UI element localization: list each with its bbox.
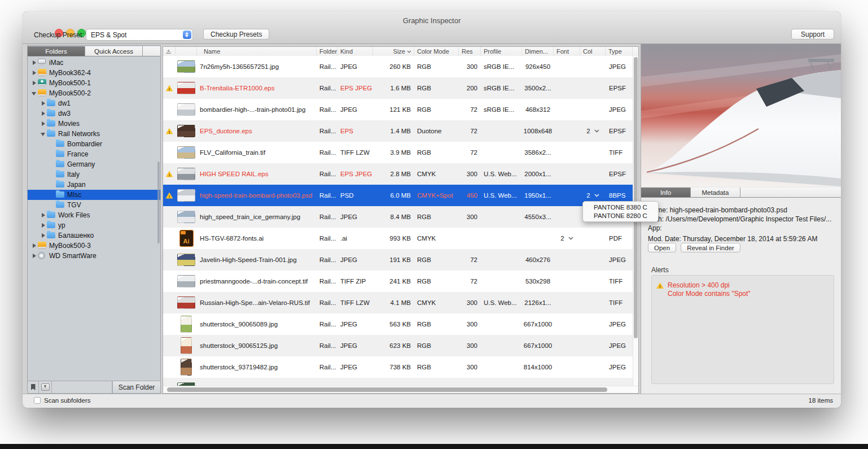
- tab-quick-access[interactable]: Quick Access: [85, 46, 143, 56]
- support-button[interactable]: Support: [791, 29, 834, 40]
- column-header-kind[interactable]: Kind: [337, 47, 373, 56]
- profile-cell: sRGB IE...: [481, 63, 522, 70]
- chevron-down-icon[interactable]: [594, 194, 599, 197]
- disclosure-closed-icon[interactable]: [40, 111, 46, 116]
- column-header-color-mode[interactable]: Color Mode: [414, 47, 459, 56]
- column-header-dimensions[interactable]: Dimen...: [522, 47, 554, 56]
- tree-item-japan[interactable]: Japan: [28, 180, 160, 190]
- file-row-1[interactable]: 7n26my5h-1365657251.jpgRail...JPEG260 KB…: [163, 56, 633, 77]
- horizontal-scrollbar-thumb[interactable]: [167, 387, 607, 392]
- tree-item-mybook500-2[interactable]: MyBook500-2: [28, 88, 160, 98]
- column-header-folder[interactable]: Folder: [317, 47, 337, 56]
- sidebar-scrollbar-thumb[interactable]: [157, 162, 160, 243]
- scan-folder-button[interactable]: Scan Folder: [112, 381, 160, 393]
- disclosure-closed-icon[interactable]: [31, 60, 37, 66]
- file-row-16[interactable]: Taiwan-High-Speed-...-2000-2004.jpgRail.…: [163, 378, 633, 386]
- file-row-7[interactable]: high-speed-train-bombard-photo03.psdRail…: [163, 185, 633, 206]
- disclosure-closed-icon[interactable]: [31, 80, 37, 86]
- disclosure-open-icon[interactable]: [40, 131, 46, 137]
- thumbnail-cell: [176, 254, 197, 266]
- column-header-size[interactable]: Size: [373, 47, 414, 56]
- scan-subfolders-label[interactable]: Scan subfolders: [44, 397, 90, 404]
- file-row-15[interactable]: shutterstock_93719482.jpgRail...JPEG738 …: [163, 356, 633, 378]
- file-row-9[interactable]: HS-TGV-6872-fonts.aiRail....ai993 KBCMYK…: [163, 228, 633, 249]
- tree-item-item[interactable]: Балашенко: [28, 230, 160, 241]
- open-button[interactable]: Open: [648, 243, 676, 252]
- scan-subfolders-checkbox[interactable]: [34, 397, 41, 404]
- reveal-in-finder-button[interactable]: Reveal in Finder: [681, 243, 740, 252]
- tree-item-france[interactable]: France: [28, 149, 160, 159]
- column-header-font[interactable]: Font: [554, 47, 580, 56]
- tree-item-tgv[interactable]: TGV: [28, 200, 160, 210]
- drive-select-button[interactable]: [39, 381, 52, 393]
- disclosure-closed-icon[interactable]: [31, 70, 37, 76]
- file-row-13[interactable]: shutterstock_90065089.jpgRail...JPEG563 …: [163, 313, 633, 335]
- file-row-11[interactable]: priestmanngoode-...d-train-concept.tifRa…: [163, 271, 633, 292]
- file-row-12[interactable]: Russian-High-Spe...ain-Velaro-RUS.tifRai…: [163, 292, 633, 313]
- checkup-preset-dropdown[interactable]: EPS & Spot: [86, 29, 193, 41]
- disclosure-closed-icon[interactable]: [31, 243, 37, 249]
- checkup-presets-button[interactable]: Checkup Presets: [203, 29, 269, 40]
- tree-item-misc[interactable]: MIsc: [28, 190, 160, 200]
- path-field[interactable]: [52, 381, 112, 393]
- tree-item-dw1[interactable]: dw1: [28, 98, 160, 108]
- tree-item-germany[interactable]: Germany: [28, 159, 160, 169]
- disclosure-closed-icon[interactable]: [40, 233, 46, 238]
- tree-item-imac[interactable]: iMac: [28, 58, 160, 68]
- disclosure-closed-icon[interactable]: [40, 223, 46, 228]
- disclosure-closed-icon[interactable]: [31, 253, 37, 259]
- disclosure-closed-icon[interactable]: [40, 121, 46, 127]
- tree-item-movies[interactable]: Movies: [28, 119, 160, 129]
- column-header-res[interactable]: Res: [459, 47, 481, 56]
- column-header-warning[interactable]: ⚠: [163, 47, 176, 56]
- tab-info[interactable]: Info: [641, 188, 691, 197]
- spot-color-item[interactable]: PANTONE 8280 C: [594, 212, 647, 220]
- tree-item-yp[interactable]: yp: [28, 220, 160, 230]
- title-bar: Graphic Inspector Checkup Preset: EPS & …: [23, 11, 841, 44]
- disclosure-closed-icon[interactable]: [40, 101, 46, 106]
- file-row-3[interactable]: bombardier-high-...-train-photo01.jpgRai…: [163, 99, 633, 120]
- vertical-scrollbar-thumb[interactable]: [634, 57, 638, 338]
- name-cell: priestmanngoode-...d-train-concept.tif: [197, 278, 317, 285]
- tree-item-label: Movies: [58, 120, 80, 128]
- tree-item-mybook500-1[interactable]: MyBook500-1: [28, 78, 160, 88]
- drive-eject-icon: [41, 383, 50, 391]
- tree-item-mybook362-4[interactable]: MyBook362-4: [28, 68, 160, 78]
- tree-item-rail-networks[interactable]: Rail Networks: [28, 129, 160, 139]
- disclosure-closed-icon[interactable]: [40, 212, 46, 218]
- column-header-type[interactable]: Type: [606, 47, 633, 56]
- mode-cell: RGB: [414, 106, 459, 113]
- file-row-10[interactable]: Javelin-High-Speed-Train-001.jpgRail...J…: [163, 249, 633, 271]
- chevron-down-icon[interactable]: [568, 237, 573, 240]
- tab-metadata[interactable]: Metadata: [691, 188, 740, 197]
- file-row-14[interactable]: shutterstock_90065125.jpgRail...JPEG623 …: [163, 335, 633, 356]
- column-header-thumbnail[interactable]: [176, 47, 197, 56]
- column-header-name[interactable]: Name: [197, 47, 317, 56]
- file-row-2[interactable]: B-Trenitalia-ETR1000.epsRail...EPS JPEG1…: [163, 77, 633, 99]
- disclosure-open-icon[interactable]: [31, 90, 37, 96]
- thumbnail-cell: [176, 316, 197, 333]
- thumbnail-cell: [176, 146, 197, 159]
- file-row-6[interactable]: HIGH SPEED RAIL.epsRail...EPS JPEG2.8 MB…: [163, 163, 633, 185]
- column-header-profile[interactable]: Profile: [481, 47, 522, 56]
- tree-item-italy[interactable]: Italy: [28, 169, 160, 180]
- chevron-down-icon[interactable]: [594, 129, 599, 133]
- spot-color-item[interactable]: PANTONE 8380 C: [594, 203, 647, 212]
- horizontal-scrollbar[interactable]: [163, 386, 638, 393]
- file-row-8[interactable]: high_speed_train_ice_germany.jpgRail...J…: [163, 206, 633, 228]
- disclosure-spacer: [49, 162, 55, 167]
- tab-folders[interactable]: Folders: [28, 46, 85, 56]
- column-header-col[interactable]: Col: [580, 47, 606, 56]
- warning-cell: [163, 193, 176, 199]
- file-row-5[interactable]: FLV_California_train.tifRail...TIFF LZW3…: [163, 142, 633, 163]
- tree-item-dw3[interactable]: dw3: [28, 108, 160, 119]
- dimen-cell: 667x1000: [522, 342, 554, 349]
- tree-item-mybook500-3[interactable]: MyBook500-3: [28, 241, 160, 251]
- tree-item-wd-smartware[interactable]: WD SmartWare: [28, 251, 160, 261]
- tree-item-label: dw3: [58, 110, 71, 117]
- bookmark-button[interactable]: [28, 381, 39, 393]
- tree-item-work-files[interactable]: Work Files: [28, 210, 160, 220]
- file-row-4[interactable]: EPS_duotone.epsRail...EPS1.4 MBDuotone72…: [163, 120, 633, 142]
- tree-item-bombardier[interactable]: Bombardier: [28, 139, 160, 149]
- inspector-tab-filler: [740, 188, 841, 197]
